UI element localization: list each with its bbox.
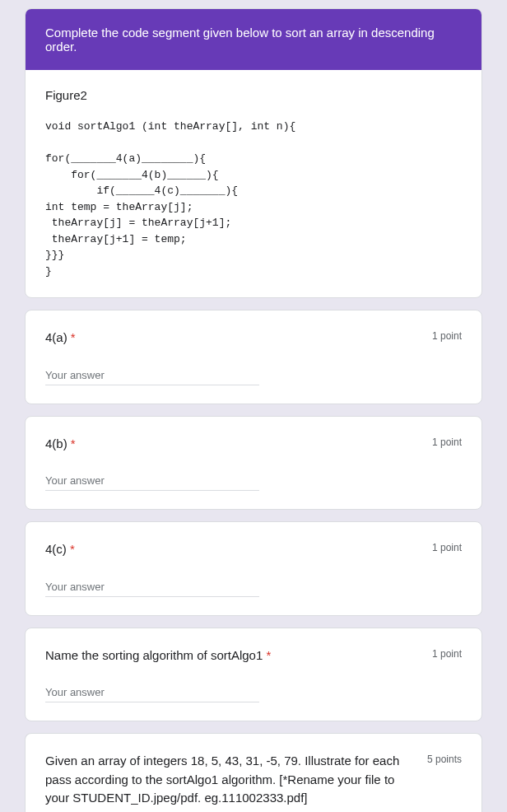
question-label: Name the sorting algorithm of sortAlgo1 [45, 648, 263, 662]
code-block: void sortAlgo1 (int theArray[], int n){ … [45, 119, 462, 279]
answer-input-4a[interactable] [45, 366, 259, 385]
question-label: 4(a) [45, 330, 67, 344]
answer-input-algo-name[interactable] [45, 683, 259, 702]
figure-body: Figure2 void sortAlgo1 (int theArray[], … [26, 70, 481, 297]
required-marker: * [266, 648, 271, 662]
points-label: 1 point [432, 540, 462, 553]
question-card-4b: 4(b) * 1 point [25, 416, 482, 511]
answer-input-4c[interactable] [45, 577, 259, 597]
question-label: Given an array of integers 18, 5, 43, 31… [45, 754, 399, 805]
question-title: 4(a) * [45, 329, 86, 348]
question-card-algo-name: Name the sorting algorithm of sortAlgo1 … [25, 628, 482, 722]
required-marker: * [70, 542, 75, 556]
question-title: 4(c) * [45, 540, 85, 559]
question-card-4c: 4(c) * 1 point [25, 521, 482, 616]
answer-input-4b[interactable] [45, 471, 259, 491]
points-label: 5 points [427, 752, 462, 765]
question-card-illustrate: Given an array of integers 18, 5, 43, 31… [25, 733, 482, 812]
question-label: 4(c) [45, 542, 67, 556]
question-title: Name the sorting algorithm of sortAlgo1 … [45, 646, 281, 665]
question-title: Given an array of integers 18, 5, 43, 31… [45, 752, 427, 808]
points-label: 1 point [432, 435, 462, 448]
question-card-4a: 4(a) * 1 point [25, 310, 482, 404]
required-marker: * [71, 330, 76, 344]
question-label: 4(b) [45, 436, 67, 450]
section-header: Complete the code segment given below to… [26, 9, 481, 70]
points-label: 1 point [432, 646, 462, 660]
points-label: 1 point [432, 329, 462, 342]
section-header-text: Complete the code segment given below to… [45, 26, 435, 54]
figure-label: Figure2 [45, 88, 462, 102]
intro-card: Complete the code segment given below to… [25, 8, 482, 298]
required-marker: * [71, 436, 76, 450]
question-title: 4(b) * [45, 435, 86, 454]
